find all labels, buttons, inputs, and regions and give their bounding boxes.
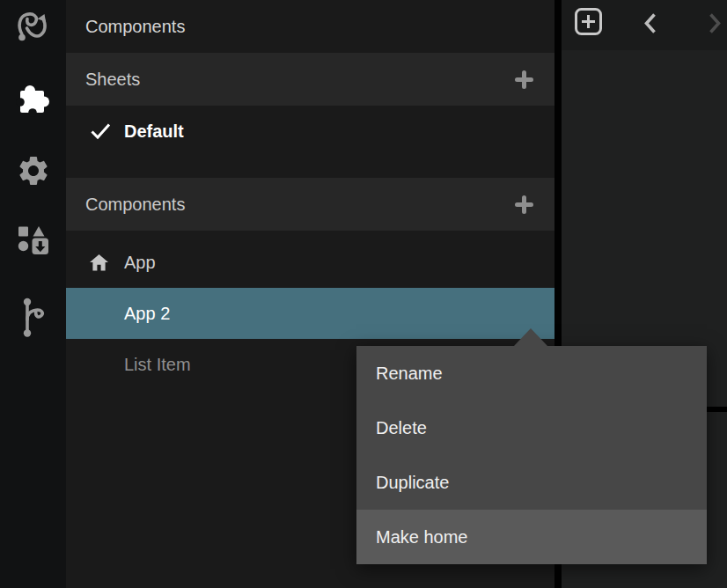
- context-menu: Rename Delete Duplicate Make home: [356, 346, 707, 564]
- chevron-left-icon: [643, 12, 657, 34]
- app-window: Components Sheets Default Components: [0, 0, 727, 588]
- menu-item-delete[interactable]: Delete: [356, 401, 707, 455]
- plus-icon: [515, 195, 533, 214]
- menu-item-rename[interactable]: Rename: [356, 346, 707, 401]
- panel-title: Components: [66, 0, 554, 53]
- component-item-label: App 2: [124, 304, 170, 324]
- list-gap: [66, 157, 554, 178]
- gear-icon: [16, 153, 51, 188]
- sheets-section-label: Sheets: [85, 70, 140, 90]
- home-icon: [90, 254, 108, 271]
- components-section-header: Components: [66, 178, 554, 231]
- navigate-back-button[interactable]: [643, 12, 657, 34]
- sheets-section-header: Sheets: [66, 53, 554, 106]
- add-component-button[interactable]: [515, 195, 533, 214]
- route-arrow-icon: [13, 7, 54, 46]
- activity-bar: [0, 0, 66, 588]
- sheet-item-default[interactable]: Default: [66, 106, 554, 157]
- chevron-right-icon: [709, 12, 722, 34]
- sheet-item-label: Default: [124, 121, 184, 142]
- sidebar-item-settings[interactable]: [0, 153, 66, 188]
- plus-icon: [515, 70, 533, 89]
- menu-item-make-home[interactable]: Make home: [356, 510, 707, 564]
- add-frame-button[interactable]: [575, 8, 602, 35]
- navigate-forward-button[interactable]: [709, 12, 722, 34]
- component-item-label: List Item: [124, 355, 191, 375]
- check-icon: [90, 122, 112, 140]
- component-item-label: App: [124, 253, 156, 273]
- puzzle-icon: [16, 79, 51, 118]
- list-gap: [66, 231, 554, 237]
- shapes-import-icon: [18, 225, 49, 255]
- branch-icon: [18, 296, 48, 338]
- sidebar-item-components[interactable]: [0, 79, 66, 118]
- components-section-label: Components: [85, 195, 185, 215]
- add-sheet-button[interactable]: [515, 70, 533, 89]
- component-item-app2[interactable]: App 2: [66, 288, 554, 339]
- sidebar-item-node-graph[interactable]: [0, 7, 66, 46]
- menu-item-duplicate[interactable]: Duplicate: [356, 455, 707, 510]
- sidebar-item-version-control[interactable]: [0, 296, 66, 338]
- canvas-toolbar: [562, 0, 727, 50]
- context-menu-arrow: [514, 328, 547, 346]
- sidebar-item-library[interactable]: [0, 225, 66, 255]
- plus-square-icon: [575, 8, 602, 35]
- component-item-app[interactable]: App: [66, 237, 554, 288]
